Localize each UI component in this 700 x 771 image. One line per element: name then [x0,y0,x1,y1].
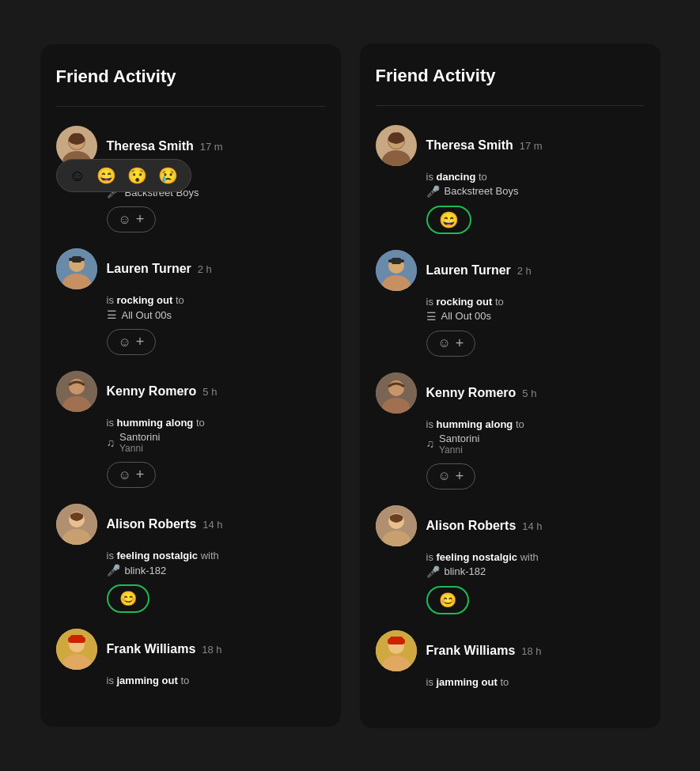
friend-time-frank-1: 18 h [202,644,221,656]
artist-icon-theresa-2: 🎤 [426,185,440,198]
activity-frank-2: is jamming out to [376,676,645,688]
friend-time-lauren-2: 2 h [517,265,532,277]
friend-time-alison-1: 14 h [202,519,222,531]
plus-icon-lauren-2: + [456,335,464,352]
smile-icon-theresa-1: ☺ [119,213,131,227]
friend-time-alison-2: 14 h [522,520,542,532]
track-artist-kenny-1: Yanni [119,443,160,454]
friend-item-frank-2: Frank Williams 18 h is jamming out to [376,630,645,690]
plus-icon-lauren-1: + [136,334,145,350]
playlist-icon-lauren-1: ☰ [107,308,117,321]
panel-2: Friend Activity Theresa Smith 17 m is da… [360,43,660,728]
avatar-kenny-2 [376,372,417,414]
action-row-kenny-2: ☺ + [376,463,645,489]
react-button-lauren-1[interactable]: ☺ + [107,329,157,355]
svg-rect-18 [70,635,83,639]
plus-icon-kenny-1: + [136,467,145,483]
friend-header-lauren-2: Lauren Turner 2 h [376,250,645,291]
track-kenny-1: ♫ Santorini Yanni [56,431,325,454]
track-name-lauren-2: All Out 00s [441,310,492,322]
action-row-theresa-1: ☺ 😄 😯 😢 ☺ + [56,206,325,232]
friend-item-theresa-1: Theresa Smith 17 m is dancing to 🎤 Backs… [56,126,325,232]
smile-icon-lauren-1: ☺ [119,335,131,350]
react-button-lauren-2[interactable]: ☺ + [426,331,476,357]
reaction-selected-alison-2[interactable]: 😊 [426,586,469,614]
friend-time-frank-2: 18 h [521,645,541,657]
activity-kenny-1: is humming along to [56,417,325,429]
avatar-frank-2 [376,630,417,671]
friend-name-alison-2: Alison Roberts [426,519,516,533]
activity-lauren-1: is rocking out to [56,294,325,306]
friend-header-frank-1: Frank Williams 18 h [56,629,325,670]
friend-info-kenny-1: Kenny Romero 5 h [107,384,325,399]
reaction-selected-alison-1[interactable]: 😊 [107,584,149,613]
friend-name-lauren-2: Lauren Turner [426,263,511,278]
smile-icon-kenny-2: ☺ [438,469,451,483]
music-icon-kenny-1: ♫ [107,437,115,449]
react-button-kenny-2[interactable]: ☺ + [426,463,476,489]
action-row-theresa-2: 😄 [376,206,645,234]
emoji-surprised[interactable]: 😯 [127,166,147,185]
divider-2 [376,105,645,106]
react-button-theresa-1[interactable]: ☺ + [107,206,157,232]
track-name-alison-2: blink-182 [445,565,486,577]
svg-rect-37 [390,637,403,641]
panel-2-title: Friend Activity [376,66,645,86]
avatar-kenny-1 [56,371,97,412]
friend-info-lauren-2: Lauren Turner 2 h [426,263,645,278]
friend-item-kenny-2: Kenny Romero 5 h is humming along to ♫ S… [376,372,645,489]
svg-rect-7 [69,258,85,261]
friend-name-theresa-1: Theresa Smith [107,139,194,153]
artist-icon-alison-2: 🎤 [426,565,440,578]
action-row-alison-1: 😊 [56,584,325,613]
avatar-theresa-2 [376,125,417,166]
activity-theresa-2: is dancing to [376,171,645,183]
track-kenny-2: ♫ Santorini Yanni [376,433,645,455]
friend-header-frank-2: Frank Williams 18 h [376,630,645,671]
friend-time-kenny-2: 5 h [522,387,536,399]
friend-header-kenny-2: Kenny Romero 5 h [376,372,645,414]
avatar-lauren-2 [376,250,417,291]
track-alison-2: 🎤 blink-182 [376,565,645,578]
activity-frank-1: is jamming out to [56,675,325,686]
friend-name-alison-1: Alison Roberts [107,517,197,531]
track-lauren-2: ☰ All Out 00s [376,310,645,323]
action-row-lauren-1: ☺ + [56,329,325,355]
track-artist-kenny-2: Yanni [439,444,479,455]
friend-info-frank-2: Frank Williams 18 h [426,644,645,658]
friend-header-kenny-1: Kenny Romero 5 h [56,371,325,412]
activity-alison-1: is feeling nostalgic with [56,550,325,561]
friend-name-frank-2: Frank Williams [426,644,516,658]
friend-item-alison-2: Alison Roberts 14 h is feeling nostalgic… [376,505,645,614]
avatar-alison-2 [376,505,417,546]
friend-info-alison-1: Alison Roberts 14 h [107,517,325,531]
avatar-frank-1 [56,629,97,670]
reaction-selected-theresa-2[interactable]: 😄 [426,206,471,234]
friend-header-alison-2: Alison Roberts 14 h [376,505,645,546]
action-row-kenny-1: ☺ + [56,462,325,488]
friend-name-theresa-2: Theresa Smith [426,138,513,153]
action-row-alison-2: 😊 [376,586,645,614]
smile-icon-kenny-1: ☺ [119,468,131,482]
emoji-smile[interactable]: ☺ [70,167,85,185]
emoji-sad[interactable]: 😢 [158,166,178,185]
track-alison-1: 🎤 blink-182 [56,564,325,576]
svg-rect-26 [388,259,404,263]
track-name-kenny-2: Santorini [439,433,479,444]
react-button-kenny-1[interactable]: ☺ + [107,462,157,488]
playlist-icon-lauren-2: ☰ [426,310,437,323]
artist-icon-alison-1: 🎤 [107,564,120,576]
friend-name-lauren-1: Lauren Turner [107,262,191,276]
track-name-kenny-1: Santorini [119,431,160,443]
friend-item-alison-1: Alison Roberts 14 h is feeling nostalgic… [56,504,325,613]
friend-time-lauren-1: 2 h [198,263,212,275]
track-theresa-2: 🎤 Backstreet Boys [376,185,645,198]
track-name-theresa-2: Backstreet Boys [445,185,519,197]
friend-item-theresa-2: Theresa Smith 17 m is dancing to 🎤 Backs… [376,125,645,234]
friend-time-theresa-2: 17 m [520,140,543,152]
friend-item-frank-1: Frank Williams 18 h is jamming out to [56,629,325,689]
emoji-grin[interactable]: 😄 [96,166,116,185]
friend-header-theresa-2: Theresa Smith 17 m [376,125,645,166]
track-name-alison-1: blink-182 [125,565,167,576]
smile-icon-lauren-2: ☺ [438,336,451,350]
